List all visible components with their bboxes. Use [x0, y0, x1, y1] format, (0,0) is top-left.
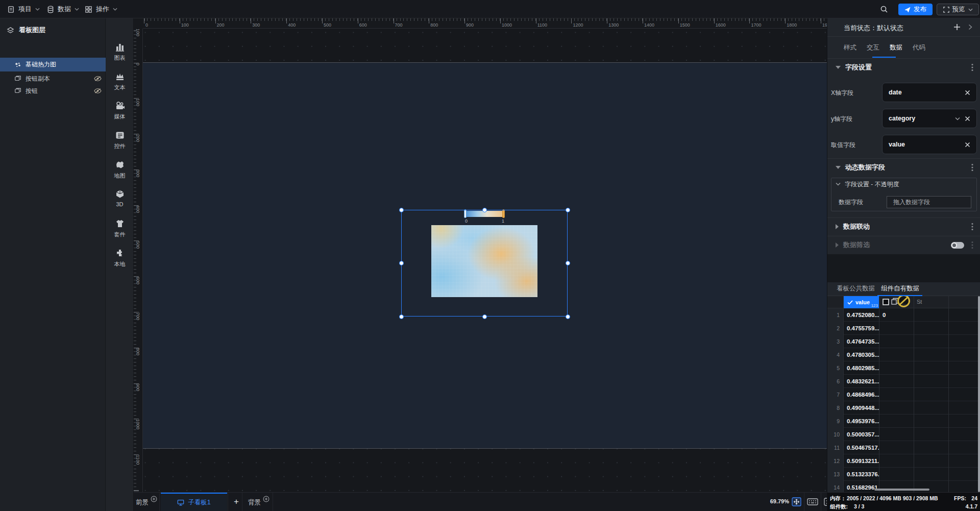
toolbox-item-kit[interactable]: 套件 — [106, 218, 134, 238]
cell[interactable] — [949, 454, 980, 468]
cell[interactable] — [879, 348, 914, 361]
tab-board-shared-data[interactable]: 看板公共数据 — [837, 284, 875, 293]
cell[interactable] — [949, 335, 980, 348]
value-cell[interactable]: 0.4755759... — [844, 322, 879, 335]
cell[interactable] — [914, 415, 949, 428]
value-cell[interactable]: 0.4909448... — [844, 401, 879, 415]
zoom-level[interactable]: 69.79% — [766, 498, 789, 504]
foreground-add-icon[interactable] — [151, 496, 157, 502]
cell[interactable] — [949, 375, 980, 388]
table-row[interactable]: 20.4755759... — [827, 322, 980, 335]
cell[interactable] — [949, 388, 980, 401]
layer-item-heatmap[interactable]: 基础热力图 — [0, 58, 106, 71]
cell[interactable] — [879, 441, 914, 454]
cell[interactable] — [879, 401, 914, 415]
section-data-linkage[interactable]: 数据联动 — [827, 217, 980, 235]
table-row[interactable]: 100.5000357... — [827, 428, 980, 441]
fit-screen-icon[interactable] — [792, 497, 801, 506]
cell[interactable] — [879, 468, 914, 481]
data-field-dropzone[interactable]: 拖入数据字段 — [887, 196, 971, 208]
toolbox-item-widgets[interactable]: 控件 — [106, 130, 134, 150]
tab-data[interactable]: 数据 — [890, 43, 902, 52]
value-cell[interactable]: 0.4780305... — [844, 348, 879, 361]
table-row[interactable]: 130.51323376... — [827, 468, 980, 481]
value-cell[interactable]: 0.4832621... — [844, 375, 879, 388]
cell[interactable] — [879, 388, 914, 401]
row-number[interactable]: 13 — [827, 468, 844, 481]
table-row[interactable]: 30.4764735... — [827, 335, 980, 348]
row-number[interactable]: 9 — [827, 415, 844, 428]
table-row[interactable]: 90.4953976... — [827, 415, 980, 428]
selection-handle[interactable] — [399, 261, 404, 265]
cell[interactable] — [879, 322, 914, 335]
chevron-down-icon[interactable] — [836, 182, 841, 186]
table-row[interactable]: 70.4868496... — [827, 388, 980, 401]
row-number[interactable]: 10 — [827, 428, 844, 441]
section-dynamic-fields[interactable]: 动态数据字段 — [827, 158, 980, 176]
cell[interactable] — [949, 428, 980, 441]
y-axis-field-input[interactable]: category — [882, 109, 977, 128]
cell[interactable] — [914, 388, 949, 401]
background-label[interactable]: 背景 — [248, 498, 261, 507]
table-row[interactable]: 110.50467517... — [827, 441, 980, 454]
clear-icon[interactable] — [965, 90, 970, 95]
row-number[interactable]: 12 — [827, 454, 844, 468]
menu-actions[interactable]: 操作 — [85, 0, 117, 18]
cell[interactable] — [879, 335, 914, 348]
tab-style[interactable]: 样式 — [844, 43, 856, 52]
value-cell[interactable]: 0.50467517... — [844, 441, 879, 454]
toolbox-item-3d[interactable]: 3D — [106, 189, 134, 207]
foreground-label[interactable]: 前景 — [136, 498, 149, 507]
clear-icon[interactable] — [965, 142, 970, 148]
chevron-right-icon[interactable] — [968, 24, 972, 30]
value-cell[interactable]: 0.4953976... — [844, 415, 879, 428]
toolbox-item-charts[interactable]: 图表 — [106, 42, 134, 62]
cell[interactable] — [914, 441, 949, 454]
cell[interactable] — [949, 361, 980, 375]
vertical-scrollbar[interactable] — [978, 296, 980, 492]
selection-handle[interactable] — [482, 314, 487, 319]
toolbox-item-text[interactable]: 文本 — [106, 71, 134, 91]
table-row[interactable]: 10.4752080...0 — [827, 308, 980, 322]
column4-header[interactable] — [949, 296, 980, 308]
kebab-menu-icon[interactable] — [971, 63, 973, 71]
x-axis-field-input[interactable]: date — [882, 83, 977, 102]
cell[interactable]: 0 — [879, 308, 914, 322]
cell[interactable] — [949, 308, 980, 322]
cell[interactable] — [914, 454, 949, 468]
tab-component-own-data[interactable]: 组件自有数据 — [881, 284, 919, 293]
section-data-filter[interactable]: 数据筛选 — [827, 236, 980, 253]
background-add-icon[interactable] — [263, 496, 270, 502]
cell[interactable] — [879, 415, 914, 428]
row-number[interactable]: 5 — [827, 361, 844, 375]
cell[interactable] — [949, 481, 980, 492]
row-number[interactable]: 6 — [827, 375, 844, 388]
cell[interactable] — [949, 468, 980, 481]
value-cell[interactable]: 0.51323376... — [844, 468, 879, 481]
cell[interactable] — [914, 375, 949, 388]
cell[interactable] — [914, 308, 949, 322]
chevron-down-icon[interactable] — [955, 117, 960, 120]
cell[interactable] — [914, 361, 949, 375]
cell[interactable] — [949, 322, 980, 335]
value-cell[interactable]: 0.4764735... — [844, 335, 879, 348]
cell[interactable] — [949, 401, 980, 415]
value-column-header[interactable]: value 123 — [844, 296, 879, 308]
cell[interactable] — [914, 348, 949, 361]
search-icon[interactable] — [880, 5, 888, 13]
cell[interactable] — [914, 428, 949, 441]
clear-icon[interactable] — [965, 116, 970, 121]
row-number[interactable]: 11 — [827, 441, 844, 454]
table-row[interactable]: 120.50913211... — [827, 454, 980, 468]
table-row[interactable]: 50.4802985... — [827, 361, 980, 375]
cell[interactable] — [914, 322, 949, 335]
cell[interactable] — [879, 454, 914, 468]
visibility-hidden-icon[interactable] — [94, 88, 102, 94]
toolbox-item-media[interactable]: 媒体 — [106, 101, 134, 120]
selection-handle[interactable] — [399, 208, 404, 212]
selection-handle[interactable] — [399, 314, 404, 319]
kebab-menu-icon[interactable] — [971, 241, 973, 249]
table-row[interactable]: 80.4909448... — [827, 401, 980, 415]
cell[interactable] — [949, 441, 980, 454]
section-field-settings[interactable]: 字段设置 — [827, 59, 980, 76]
